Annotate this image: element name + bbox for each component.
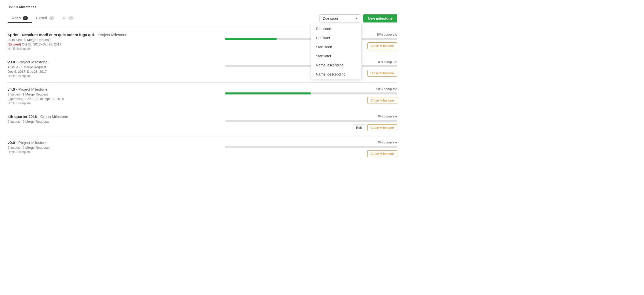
sort-option-start-soon[interactable]: Start soon [311, 42, 361, 52]
milestone-project: Html5 Boilerplate [8, 74, 218, 78]
milestone-item: v4.0 - Project Milestone 3 Issues · 1 Me… [8, 83, 397, 110]
milestone-name[interactable]: v4.0 [8, 87, 15, 91]
progress-bar-fill [225, 38, 277, 40]
actions-row: Edit Close Milestone [353, 124, 397, 131]
milestone-meta: 20 Issues · 0 Merge Requests [8, 38, 218, 42]
milestone-type: - Project Milestone [96, 33, 127, 37]
milestone-info: v0.0 - Project Milestone 2 Issues · 2 Me… [8, 140, 218, 154]
milestone-meta: 3 Issues · 1 Merge Request [8, 92, 218, 96]
complete-label: 0% complete [378, 114, 397, 118]
header-actions: Due soonDue laterStart soonStart laterNa… [319, 14, 397, 22]
tab-open[interactable]: Open 5 [8, 14, 32, 23]
milestone-name[interactable]: v3.0 [8, 60, 15, 64]
milestone-info: v3.0 - Project Milestone 1 Issue · 1 Mer… [8, 60, 218, 78]
header-row: Open 5 Closed 2 All 7 Due soonDue laterS… [8, 14, 397, 23]
milestone-name[interactable]: Sprint - Nesciunt modi eum quia autem fu… [8, 33, 95, 37]
tab-closed-label: Closed [36, 16, 47, 20]
tab-open-label: Open [12, 16, 21, 20]
milestone-project: Html5 Boilerplate [8, 102, 218, 105]
milestone-right: 0% complete Edit Close Milestone [218, 114, 397, 131]
milestone-meta: 1 Issue · 1 Merge Request [8, 65, 218, 69]
milestone-info: Sprint - Nesciunt modi eum quia autem fu… [8, 33, 218, 51]
tab-open-badge: 5 [23, 16, 28, 20]
milestone-title: v3.0 - Project Milestone [8, 60, 218, 64]
close-milestone-button[interactable]: Close Milestone [367, 70, 397, 77]
milestone-type: - Project Milestone [16, 87, 47, 91]
milestone-date: Dec 6, 2017–Dec 28, 2017 [8, 70, 218, 73]
actions-row: Close Milestone [367, 97, 397, 104]
tab-closed-badge: 2 [49, 16, 54, 20]
milestone-type: - Group Milestone [38, 114, 68, 119]
milestone-right: 0% complete Close Milestone [218, 60, 397, 77]
milestone-meta: 2 Issues · 2 Merge Requests [8, 146, 218, 150]
milestone-date-prefix: (Upcoming) [8, 97, 25, 101]
milestone-type: - Project Milestone [16, 60, 47, 64]
milestone-date-value: Dec 6, 2017–Dec 28, 2017 [8, 70, 47, 73]
tab-all-badge: 7 [68, 16, 74, 20]
edit-button[interactable]: Edit [353, 124, 365, 131]
milestone-project: Html5 Boilerplate [8, 150, 218, 154]
sort-dropdown-menu: Due soon Due later Start soon Start late… [311, 24, 362, 79]
complete-label: 0% complete [378, 140, 397, 144]
milestone-right: 0% complete Close Milestone [218, 140, 397, 157]
close-milestone-button[interactable]: Close Milestone [367, 97, 397, 104]
milestone-date: (Upcoming) Feb 1, 2018–Apr 12, 2018 [8, 97, 218, 101]
progress-bar-bg [225, 146, 397, 148]
tab-closed[interactable]: Closed 2 [32, 14, 58, 23]
sort-option-due-later[interactable]: Due later [311, 33, 361, 42]
milestone-date-value: Feb 1, 2018–Apr 12, 2018 [26, 97, 64, 101]
milestone-type: - Project Milestone [16, 140, 47, 145]
complete-label: 0% complete [378, 60, 397, 64]
tab-all-label: All [62, 16, 67, 20]
milestone-date-value: Oct 23, 2017–Oct 28, 2017 [22, 42, 61, 46]
milestone-right: 30% complete Close Milestone [218, 33, 397, 49]
progress-bar-bg [225, 120, 397, 122]
milestone-date-prefix: (Expired) [8, 42, 21, 46]
complete-label: 30% complete [376, 33, 397, 36]
milestone-name[interactable]: 4th quarter 2018 [8, 114, 37, 119]
progress-bar-fill [225, 92, 311, 94]
progress-bar-bg [225, 92, 397, 94]
close-milestone-button[interactable]: Close Milestone [367, 42, 397, 49]
sort-wrapper: Due soonDue laterStart soonStart laterNa… [319, 14, 360, 22]
sort-option-start-later[interactable]: Start later [311, 52, 361, 61]
complete-label: 50% complete [376, 87, 397, 91]
milestone-date: (Expired) Oct 23, 2017–Oct 28, 2017 [8, 42, 218, 46]
milestone-title: Sprint - Nesciunt modi eum quia autem fu… [8, 33, 218, 37]
new-milestone-button[interactable]: New milestone [363, 14, 397, 22]
actions-row: Close Milestone [367, 70, 397, 77]
sort-option-due-soon[interactable]: Due soon [311, 24, 361, 33]
milestone-meta: 0 Issues · 0 Merge Requests [8, 120, 218, 124]
milestone-title: v0.0 - Project Milestone [8, 140, 218, 145]
milestone-info: v4.0 - Project Milestone 3 Issues · 1 Me… [8, 87, 218, 105]
milestone-info: 4th quarter 2018 - Group Milestone 0 Iss… [8, 114, 218, 124]
close-milestone-button[interactable]: Close Milestone [367, 150, 397, 157]
sort-dropdown[interactable]: Due soonDue laterStart soonStart laterNa… [319, 14, 360, 22]
page-container: H5bp > Milestones Open 5 Closed 2 All 7 … [0, 0, 405, 167]
breadcrumb-parent[interactable]: H5bp [8, 5, 15, 9]
milestone-title: 4th quarter 2018 - Group Milestone [8, 114, 218, 119]
close-milestone-button[interactable]: Close Milestone [367, 124, 397, 131]
actions-row: Close Milestone [367, 150, 397, 157]
milestone-item: v0.0 - Project Milestone 2 Issues · 2 Me… [8, 136, 397, 162]
breadcrumb-separator: > [16, 5, 19, 9]
milestone-right: 50% complete Close Milestone [218, 87, 397, 104]
sort-option-name-asc[interactable]: Name, ascending [311, 61, 361, 70]
actions-row: Close Milestone [367, 42, 397, 49]
milestone-project: Html5 Boilerplate [8, 47, 218, 51]
milestone-item: 4th quarter 2018 - Group Milestone 0 Iss… [8, 110, 397, 136]
sort-option-name-desc[interactable]: Name, descending [311, 70, 361, 79]
tab-all[interactable]: All 7 [58, 14, 78, 23]
breadcrumb: H5bp > Milestones [8, 5, 397, 9]
milestone-title: v4.0 - Project Milestone [8, 87, 218, 91]
tabs: Open 5 Closed 2 All 7 [8, 14, 78, 23]
milestone-name[interactable]: v0.0 [8, 140, 15, 145]
breadcrumb-current: Milestones [19, 5, 36, 9]
